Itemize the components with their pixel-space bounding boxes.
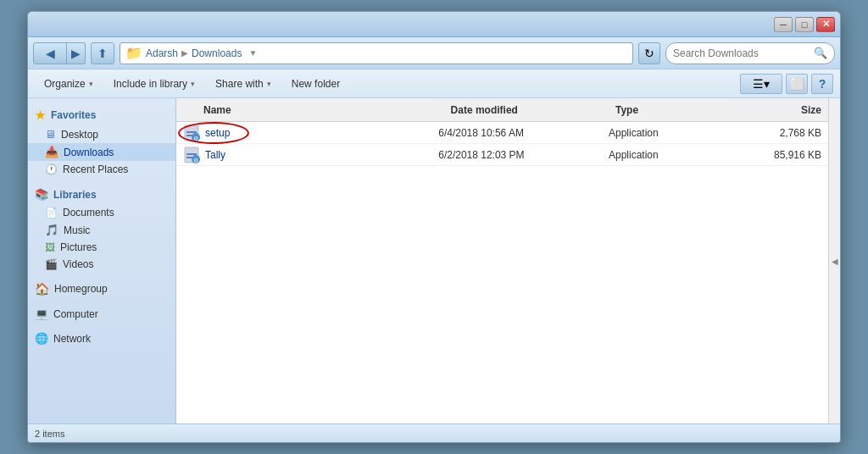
- sidebar: ★ Favorites 🖥 Desktop 📥 Downloads 🕐 Rece…: [28, 98, 176, 424]
- homegroup-section: 🏠 Homegroup: [28, 280, 175, 298]
- organize-chevron: ▾: [89, 80, 93, 88]
- network-icon: 🌐: [35, 332, 48, 345]
- homegroup-icon: 🏠: [35, 282, 49, 296]
- sidebar-item-desktop[interactable]: 🖥 Desktop: [28, 125, 175, 143]
- videos-icon: 🎬: [45, 258, 58, 270]
- content-area: ★ Favorites 🖥 Desktop 📥 Downloads 🕐 Rece…: [28, 98, 840, 424]
- include-library-chevron: ▾: [191, 80, 195, 88]
- pictures-icon: 🖼: [45, 241, 55, 253]
- refresh-button[interactable]: ↻: [638, 42, 660, 64]
- sidebar-item-music[interactable]: 🎵 Music: [28, 221, 175, 239]
- title-bar: ─ □ ✕: [28, 12, 840, 37]
- favorites-header: ★ Favorites: [28, 105, 175, 125]
- title-bar-buttons: ─ □ ✕: [774, 17, 835, 32]
- back-button[interactable]: ◀: [33, 42, 67, 64]
- up-button[interactable]: ⬆: [91, 42, 114, 64]
- network-section: 🌐 Network: [28, 329, 175, 347]
- sidebar-item-recent-places[interactable]: 🕐 Recent Places: [28, 161, 175, 178]
- music-icon: 🎵: [45, 224, 58, 236]
- file-area: Name Date modified Type Size: [176, 98, 828, 424]
- documents-icon: 📄: [45, 207, 58, 219]
- explorer-window: ─ □ ✕ ◀ ▶ ⬆ 📁 Adarsh ▶ Downloads ▼ ↻ 🔍 O…: [27, 11, 841, 443]
- share-with-chevron: ▾: [267, 80, 271, 88]
- breadcrumb-folder: Downloads: [192, 47, 242, 59]
- sidebar-item-videos[interactable]: 🎬 Videos: [28, 256, 175, 273]
- share-with-button[interactable]: Share with ▾: [206, 73, 281, 95]
- breadcrumb-sep1: ▶: [181, 48, 188, 58]
- downloads-folder-icon: 📥: [45, 146, 58, 158]
- sidebar-item-pictures[interactable]: 🖼 Pictures: [28, 239, 175, 256]
- libraries-header: 📚 Libraries: [28, 185, 175, 204]
- file-date-tally: 6/2/2018 12:03 PM: [438, 149, 609, 161]
- column-size[interactable]: Size: [739, 104, 821, 116]
- favorites-section: ★ Favorites 🖥 Desktop 📥 Downloads 🕐 Rece…: [28, 105, 175, 178]
- sidebar-item-documents[interactable]: 📄 Documents: [28, 204, 175, 221]
- status-text: 2 items: [35, 429, 64, 439]
- star-icon: ★: [35, 108, 46, 122]
- file-date-setup: 6/4/2018 10:56 AM: [438, 127, 609, 139]
- status-bar: 2 items: [28, 424, 840, 442]
- svg-rect-6: [186, 153, 197, 155]
- file-size-tally: 85,916 KB: [737, 149, 821, 161]
- breadcrumb-bar[interactable]: 📁 Adarsh ▶ Downloads ▼: [120, 42, 633, 64]
- file-list-header: Name Date modified Type Size: [176, 98, 828, 122]
- help-button[interactable]: ?: [811, 74, 833, 94]
- column-name-button[interactable]: Name: [203, 104, 231, 116]
- new-folder-button[interactable]: New folder: [282, 73, 349, 95]
- file-icon-setup: ⚙: [183, 125, 200, 141]
- libraries-section: 📚 Libraries 📄 Documents 🎵 Music 🖼 Pictur…: [28, 185, 175, 273]
- file-icon-tally: ⚙: [183, 147, 200, 163]
- file-list: ⚙ setup 6/4/2018 10:56 AM Application 2,…: [176, 122, 828, 424]
- column-date-button[interactable]: Date modified: [451, 104, 518, 116]
- address-bar-row: ◀ ▶ ⬆ 📁 Adarsh ▶ Downloads ▼ ↻ 🔍: [28, 37, 840, 69]
- toolbar-row: Organize ▾ Include in library ▾ Share wi…: [28, 69, 840, 98]
- search-bar[interactable]: 🔍: [665, 42, 835, 64]
- minimize-button[interactable]: ─: [774, 17, 793, 32]
- file-name-cell: ⚙ setup: [183, 125, 438, 141]
- preview-pane-button[interactable]: ⬜: [786, 74, 808, 94]
- file-name-tally: Tally: [205, 149, 225, 161]
- libraries-icon: 📚: [35, 188, 48, 201]
- file-name-cell: ⚙ Tally: [183, 147, 438, 163]
- svg-rect-1: [186, 131, 197, 133]
- svg-text:⚙: ⚙: [193, 157, 198, 163]
- svg-text:⚙: ⚙: [193, 135, 198, 141]
- recent-places-icon: 🕐: [45, 163, 58, 175]
- organize-button[interactable]: Organize ▾: [35, 73, 103, 95]
- column-date-modified[interactable]: Date modified: [451, 104, 615, 116]
- search-input[interactable]: [673, 47, 810, 59]
- desktop-icon: 🖥: [45, 128, 56, 141]
- sidebar-item-computer[interactable]: 💻 Computer: [28, 305, 175, 323]
- column-name[interactable]: Name: [183, 104, 451, 116]
- close-button[interactable]: ✕: [816, 17, 835, 32]
- view-toggle-button[interactable]: ☰▾: [740, 74, 782, 94]
- column-size-button[interactable]: Size: [801, 104, 821, 116]
- forward-button[interactable]: ▶: [67, 42, 86, 64]
- computer-section: 💻 Computer: [28, 305, 175, 323]
- computer-icon: 💻: [35, 307, 48, 320]
- include-library-button[interactable]: Include in library ▾: [104, 73, 204, 95]
- file-type-setup: Application: [609, 127, 737, 139]
- maximize-button[interactable]: □: [795, 17, 814, 32]
- column-type-button[interactable]: Type: [615, 104, 638, 116]
- breadcrumb-dropdown[interactable]: ▼: [248, 48, 257, 58]
- table-row[interactable]: ⚙ setup 6/4/2018 10:56 AM Application 2,…: [176, 122, 828, 144]
- table-row[interactable]: ⚙ Tally 6/2/2018 12:03 PM Application 85…: [176, 144, 828, 166]
- sidebar-item-homegroup[interactable]: 🏠 Homegroup: [28, 280, 175, 298]
- file-type-tally: Application: [609, 149, 737, 161]
- breadcrumb-user: Adarsh: [146, 47, 178, 59]
- sidebar-item-network[interactable]: 🌐 Network: [28, 329, 175, 347]
- right-scrollbar[interactable]: ◀: [828, 98, 840, 424]
- file-size-setup: 2,768 KB: [737, 127, 821, 139]
- file-name-setup: setup: [205, 127, 230, 139]
- column-type[interactable]: Type: [615, 104, 739, 116]
- sidebar-item-downloads[interactable]: 📥 Downloads: [28, 143, 175, 161]
